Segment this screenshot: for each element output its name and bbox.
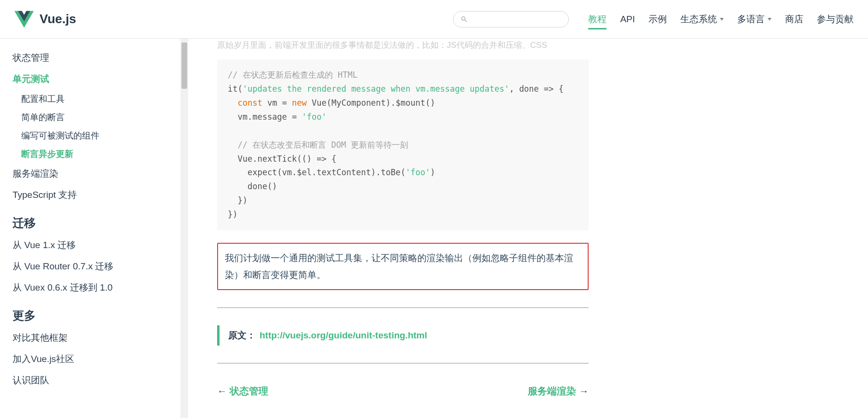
sidebar-scroll[interactable]: 状态管理 单元测试 配置和工具 简单的断言 编写可被测试的组件 断言异步更新 服… <box>0 39 180 418</box>
divider <box>217 307 589 308</box>
sidebar-item-comparison[interactable]: 对比其他框架 <box>13 327 171 348</box>
sidebar-item-typescript[interactable]: TypeScript 支持 <box>13 184 171 206</box>
source-link[interactable]: http://vuejs.org/guide/unit-testing.html <box>260 330 427 341</box>
divider <box>217 363 589 363</box>
nav-api[interactable]: API <box>620 3 635 35</box>
faded-prev-text: 原始岁月里面，前端开发里面的很多事情都是没法做的，比如：JS代码的合并和压缩、C… <box>217 39 589 56</box>
sidebar-item-team[interactable]: 认识团队 <box>13 370 171 391</box>
scrollbar-thumb[interactable] <box>181 42 187 89</box>
pager: ← 状态管理 服务端渲染 → <box>217 381 589 402</box>
nav-examples[interactable]: 示例 <box>648 2 667 36</box>
nav-ecosystem[interactable]: 生态系统 <box>680 2 724 36</box>
sidebar-heading-more: 更多 <box>13 298 171 327</box>
top-nav: 教程 API 示例 生态系统 多语言 商店 参与贡献 <box>588 2 854 36</box>
site-title: Vue.js <box>40 12 76 27</box>
search-input[interactable] <box>453 11 569 28</box>
nav-tutorial[interactable]: 教程 <box>588 2 606 36</box>
vue-logo-icon <box>14 10 34 29</box>
arrow-left-icon: ← <box>217 386 230 396</box>
search-icon <box>460 15 468 23</box>
nav-translations[interactable]: 多语言 <box>737 2 772 36</box>
highlighted-note: 我们计划做一个通用的测试工具集，让不同策略的渲染输出（例如忽略子组件的基本渲染）… <box>217 243 589 290</box>
sidebar-item-migrate-vue1[interactable]: 从 Vue 1.x 迁移 <box>13 235 171 256</box>
sidebar-sublist: 配置和工具 简单的断言 编写可被测试的组件 断言异步更新 <box>13 90 171 163</box>
sidebar-item-testable-components[interactable]: 编写可被测试的组件 <box>21 126 171 145</box>
sidebar-item-setup[interactable]: 配置和工具 <box>21 90 171 108</box>
sidebar-item-simple-assert[interactable]: 简单的断言 <box>21 108 171 126</box>
arrow-right-icon: → <box>576 386 589 396</box>
chevron-down-icon <box>720 18 724 21</box>
nav-shop[interactable]: 商店 <box>785 2 803 36</box>
sidebar-scrollbar[interactable] <box>180 39 188 418</box>
source-callout: 原文： http://vuejs.org/guide/unit-testing.… <box>217 325 589 346</box>
sidebar-item-async-assert[interactable]: 断言异步更新 <box>21 145 171 163</box>
sidebar-item-migrate-router[interactable]: 从 Vue Router 0.7.x 迁移 <box>13 256 171 277</box>
logo-area[interactable]: Vue.js <box>14 10 76 29</box>
sidebar-heading-migration: 迁移 <box>13 206 171 235</box>
sidebar-item-unit-testing[interactable]: 单元测试 <box>13 69 171 90</box>
sidebar-item-migrate-vuex[interactable]: 从 Vuex 0.6.x 迁移到 1.0 <box>13 277 171 298</box>
pager-prev[interactable]: ← 状态管理 <box>217 385 268 398</box>
chevron-down-icon <box>768 18 772 21</box>
nav-contribute[interactable]: 参与贡献 <box>817 2 854 36</box>
sidebar-item-ssr[interactable]: 服务端渲染 <box>13 163 171 184</box>
source-label: 原文： <box>228 329 256 342</box>
pager-next[interactable]: 服务端渲染 → <box>528 385 589 398</box>
sidebar-item-state[interactable]: 状态管理 <box>13 47 171 69</box>
sidebar: 状态管理 单元测试 配置和工具 简单的断言 编写可被测试的组件 断言异步更新 服… <box>0 39 188 418</box>
sidebar-item-community[interactable]: 加入Vue.js社区 <box>13 348 171 370</box>
top-header: Vue.js 教程 API 示例 生态系统 多语言 商店 参与贡献 <box>0 0 868 39</box>
code-block: // 在状态更新后检查生成的 HTML it('updates the rend… <box>217 59 589 230</box>
main-content: 原始岁月里面，前端开发里面的很多事情都是没法做的，比如：JS代码的合并和压缩、C… <box>188 39 618 418</box>
